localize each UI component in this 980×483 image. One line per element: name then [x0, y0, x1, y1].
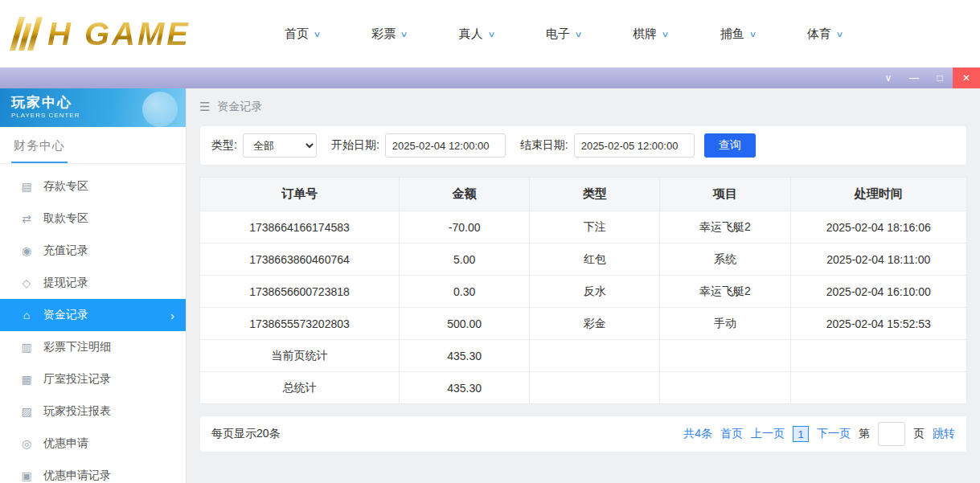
chevron-down-icon: ∨ — [748, 30, 757, 39]
cell-amount: -70.00 — [400, 211, 530, 244]
sidebar-item-label: 彩票下注明细 — [43, 340, 111, 354]
type-select[interactable]: 全部 — [243, 133, 317, 158]
cell-item: 手动 — [660, 308, 790, 340]
nav-label: 真人 — [459, 27, 483, 42]
sidebar-item-withdrawal-zone[interactable]: ⇄ 取款专区 — [0, 203, 186, 235]
player-bet-report-icon: ▨ — [19, 405, 34, 418]
cell-amount: 500.00 — [400, 308, 530, 340]
jump-page-input[interactable] — [878, 422, 905, 446]
table-summary-row-total: 总统计 435.30 — [200, 372, 967, 404]
per-page-label: 每页显示20条 — [211, 427, 281, 441]
end-date-input[interactable] — [574, 133, 695, 158]
sidebar-item-recharge-record[interactable]: ◉ 充值记录 — [0, 235, 186, 267]
nav-item-live[interactable]: 真人 ∨ — [459, 27, 494, 42]
promo-application-record-icon: ▣ — [19, 469, 34, 482]
top-header: H GAME 首页 ∨ 彩票 ∨ 真人 ∨ 电子 ∨ 棋牌 ∨ 捕鱼 ∨ 体育 … — [0, 0, 980, 68]
chevron-down-icon: ∨ — [662, 30, 670, 39]
jump-prefix-label: 第 — [859, 427, 870, 441]
cell-type: 彩金 — [530, 308, 660, 340]
sidebar-item-label: 优惠申请记录 — [43, 469, 111, 483]
nav-label: 首页 — [285, 27, 309, 42]
col-amount: 金额 — [400, 178, 530, 211]
nav-item-fishing[interactable]: 捕鱼 ∨ — [720, 27, 756, 42]
col-order-id: 订单号 — [200, 178, 400, 211]
sidebar-item-deposit-zone[interactable]: ▤ 存款专区 — [0, 170, 186, 203]
cell-empty — [530, 372, 660, 404]
window-controls: ∨ — □ ✕ — [875, 68, 980, 88]
sidebar-item-withdrawal-record[interactable]: ◇ 提现记录 — [0, 267, 186, 299]
main-nav: 首页 ∨ 彩票 ∨ 真人 ∨ 电子 ∨ 棋牌 ∨ 捕鱼 ∨ 体育 ∨ — [285, 27, 843, 42]
nav-label: 捕鱼 — [720, 27, 744, 42]
sidebar-item-label: 厅室投注记录 — [43, 372, 111, 387]
cell-time: 2025-02-04 16:10:00 — [790, 276, 966, 308]
cell-order-id: 1738656600723818 — [200, 276, 400, 308]
table-row: 1738656600723818 0.30 反水 幸运飞艇2 2025-02-0… — [200, 276, 967, 308]
first-page-link[interactable]: 首页 — [720, 427, 743, 441]
cell-order-id: 1738664166174583 — [200, 211, 400, 244]
cell-type: 反水 — [530, 276, 660, 308]
table-row: 1738663860460764 5.00 红包 系统 2025-02-04 1… — [200, 244, 967, 276]
nav-item-slots[interactable]: 电子 ∨ — [546, 27, 581, 42]
nav-item-chess[interactable]: 棋牌 ∨ — [633, 27, 668, 42]
cell-empty — [660, 340, 790, 372]
nav-label: 彩票 — [371, 27, 396, 42]
sidebar-item-label: 资金记录 — [43, 308, 88, 322]
cell-item: 系统 — [660, 244, 790, 276]
page-title: 资金记录 — [217, 100, 262, 114]
sidebar-item-label: 充值记录 — [43, 244, 88, 258]
sidebar-item-label: 取款专区 — [43, 211, 88, 226]
hamburger-icon: ☰ — [199, 100, 210, 114]
cell-time: 2025-02-04 18:11:00 — [790, 244, 966, 276]
recharge-record-icon: ◉ — [19, 244, 34, 257]
total-count: 共4条 — [683, 427, 712, 441]
sidebar-item-label: 存款专区 — [43, 179, 88, 194]
cell-empty — [790, 340, 966, 372]
jump-button[interactable]: 跳转 — [933, 427, 955, 441]
cell-summary-amount: 435.30 — [400, 340, 530, 372]
start-date-input[interactable] — [385, 133, 506, 158]
prev-page-link[interactable]: 上一页 — [751, 427, 785, 441]
pagination-bar: 每页显示20条 共4条 首页 上一页 1 下一页 第 页 跳转 — [199, 415, 967, 452]
sidebar-item-promo-application[interactable]: ◎ 优惠申请 — [0, 428, 186, 460]
withdraw-icon: ⇄ — [19, 212, 34, 225]
chevron-down-icon: ∨ — [575, 30, 583, 39]
cell-summary-label: 总统计 — [200, 372, 400, 404]
sidebar-item-promo-application-record[interactable]: ▣ 优惠申请记录 — [0, 460, 186, 483]
current-page-indicator[interactable]: 1 — [793, 426, 809, 442]
cell-time: 2025-02-04 15:52:53 — [790, 308, 966, 340]
type-label: 类型: — [211, 138, 237, 153]
jump-suffix-label: 页 — [913, 427, 925, 441]
records-table: 订单号 金额 类型 项目 处理时间 1738664166174583 -70.0… — [199, 177, 967, 404]
cell-type: 下注 — [530, 211, 660, 244]
next-page-link[interactable]: 下一页 — [817, 427, 851, 441]
window-minimize-icon[interactable]: — — [901, 68, 927, 88]
sidebar-item-player-bet-report[interactable]: ▨ 玩家投注报表 — [0, 395, 186, 428]
start-date-label: 开始日期: — [331, 138, 379, 153]
logo-text: H GAME — [47, 16, 191, 52]
window-close-icon[interactable]: ✕ — [953, 68, 980, 88]
nav-label: 棋牌 — [633, 27, 657, 42]
cell-item: 幸运飞艇2 — [660, 276, 790, 308]
nav-item-sports[interactable]: 体育 ∨ — [807, 27, 843, 42]
nav-item-lottery[interactable]: 彩票 ∨ — [371, 27, 407, 42]
query-button[interactable]: 查询 — [704, 133, 756, 158]
chevron-down-icon: ∨ — [487, 30, 495, 39]
col-item: 项目 — [660, 178, 790, 211]
window-collapse-icon[interactable]: ∨ — [875, 68, 901, 88]
sidebar-item-lottery-bet-details[interactable]: ▥ 彩票下注明细 — [0, 331, 186, 363]
end-date-label: 结束日期: — [520, 138, 568, 153]
cell-summary-amount: 435.30 — [400, 372, 530, 404]
sidebar-item-funds-record[interactable]: ⌂ 资金记录 › — [0, 299, 186, 331]
sidebar-decoration — [142, 92, 178, 127]
deposit-icon: ▤ — [19, 180, 34, 193]
nav-item-home[interactable]: 首页 ∨ — [285, 27, 320, 42]
brand-logo[interactable]: H GAME — [14, 16, 256, 52]
chevron-down-icon: ∨ — [400, 30, 408, 39]
table-row: 1738655573202803 500.00 彩金 手动 2025-02-04… — [200, 308, 967, 340]
sidebar-item-hall-bet-record[interactable]: ▦ 厅室投注记录 — [0, 363, 186, 395]
table-row: 1738664166174583 -70.00 下注 幸运飞艇2 2025-02… — [200, 211, 967, 244]
cell-summary-label: 当前页统计 — [200, 340, 400, 372]
logo-h-mark-icon — [10, 17, 43, 51]
nav-label: 体育 — [807, 27, 831, 42]
window-maximize-icon[interactable]: □ — [927, 68, 953, 88]
